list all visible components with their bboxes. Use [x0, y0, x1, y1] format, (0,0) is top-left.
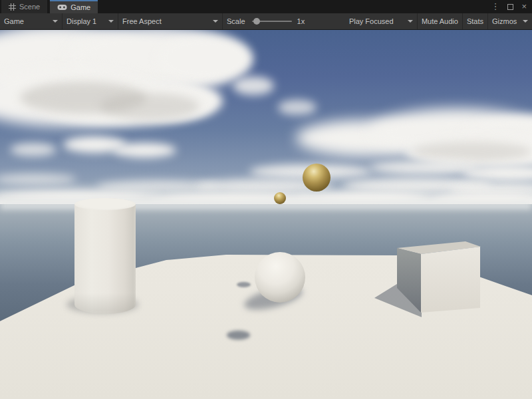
display-label: Display 1: [66, 17, 96, 25]
stats-label: Stats: [467, 17, 483, 25]
cube-front-face: [421, 247, 480, 313]
gamepad-icon: [57, 4, 67, 11]
scale-control: Scale 1x: [222, 13, 309, 29]
tab-scene[interactable]: Scene: [1, 0, 47, 13]
game-view-toolbar: Game Display 1 Free Aspect Scale 1x Play…: [0, 13, 532, 30]
view-mode-dropdown[interactable]: Game: [0, 13, 62, 29]
window-controls: ⋮ ×: [491, 0, 532, 13]
gold-sphere-small: [274, 192, 286, 204]
chevron-down-icon: [408, 20, 413, 23]
tab-game-label: Game: [70, 3, 90, 11]
chevron-down-icon: [523, 20, 528, 23]
scale-label: Scale: [227, 17, 245, 25]
tab-game[interactable]: Game: [50, 0, 98, 13]
mute-audio-button[interactable]: Mute Audio: [417, 13, 462, 29]
menu-icon[interactable]: ⋮: [491, 0, 499, 13]
maximize-icon[interactable]: [507, 4, 513, 10]
play-focused-dropdown[interactable]: Play Focused: [345, 13, 417, 29]
scale-value: 1x: [297, 17, 305, 25]
display-dropdown[interactable]: Display 1: [62, 13, 118, 29]
close-icon[interactable]: ×: [521, 0, 527, 13]
mute-audio-label: Mute Audio: [422, 17, 458, 25]
cube: [0, 30, 532, 399]
chevron-down-icon: [108, 20, 114, 23]
scale-slider[interactable]: [252, 21, 292, 22]
chevron-down-icon: [53, 20, 58, 23]
gizmos-dropdown[interactable]: Gizmos: [487, 13, 532, 29]
grid-icon: [9, 3, 16, 11]
aspect-ratio-label: Free Aspect: [122, 17, 162, 25]
tab-bar: Scene Game ⋮ ×: [0, 0, 532, 13]
play-focused-label: Play Focused: [349, 17, 394, 25]
tab-scene-label: Scene: [19, 3, 40, 11]
cube-left-face: [397, 248, 421, 313]
toolbar-spacer: [309, 13, 345, 29]
scale-slider-thumb[interactable]: [253, 18, 260, 25]
stats-button[interactable]: Stats: [462, 13, 487, 29]
game-viewport[interactable]: [0, 30, 532, 399]
chevron-down-icon: [213, 20, 218, 23]
aspect-ratio-dropdown[interactable]: Free Aspect: [118, 13, 222, 29]
gizmos-label: Gizmos: [492, 17, 517, 25]
view-mode-label: Game: [4, 17, 24, 25]
gold-sphere-large: [303, 164, 331, 192]
